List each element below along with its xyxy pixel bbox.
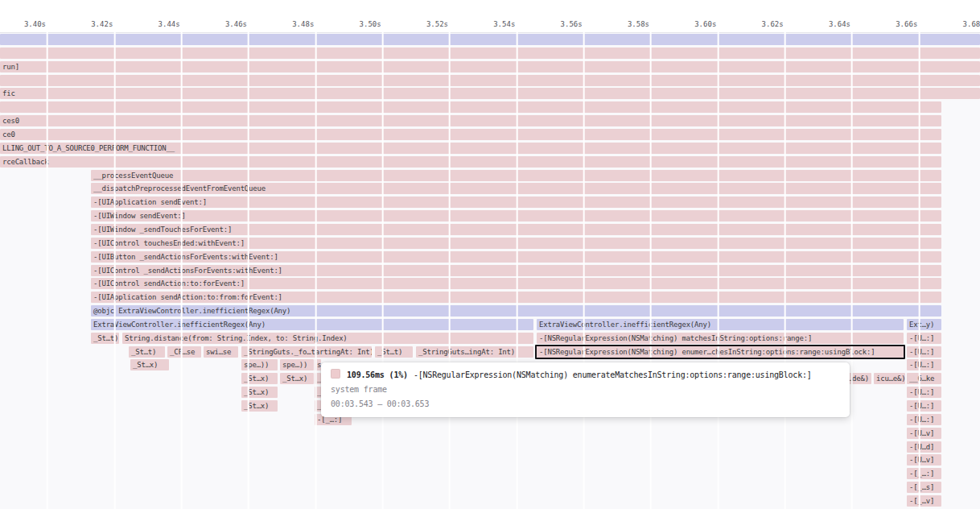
- ruler-tick-label: 3.42s: [91, 20, 113, 28]
- ruler-tick-label: 3.46s: [225, 20, 247, 28]
- flame-bar[interactable]: _St…x): [130, 359, 169, 370]
- flame-bar[interactable]: _StringGuts…ingAt: Int): [416, 346, 533, 358]
- flame-bar[interactable]: Ext…y): [907, 319, 941, 330]
- profiler-flame-chart-panel: 109.56ms(1%)-[NSRegularExpression(NSMatc…: [0, 0, 980, 509]
- flame-bar[interactable]: -[NSRegularExpression(NSMatching) matche…: [537, 333, 904, 344]
- ruler-tick-label: 3.52s: [426, 20, 448, 28]
- flame-bar[interactable]: _St…x): [280, 373, 314, 384]
- flame-bar[interactable]: LLING_OUT_TO_A_SOURCE0_PERFORM_FUNCTION_…: [0, 143, 941, 154]
- flame-bar[interactable]: [0, 48, 980, 59]
- timeline-ruler[interactable]: 3.40s3.42s3.44s3.46s3.48s3.50s3.52s3.54s…: [0, 0, 980, 33]
- category-color-swatch: [331, 369, 340, 379]
- flame-bar[interactable]: __6…ke: [907, 373, 941, 384]
- flame-bar[interactable]: -[UIApplication sendEvent:]: [91, 197, 941, 208]
- flame-bar[interactable]: s: [315, 359, 321, 370]
- flame-bar[interactable]: [0, 75, 980, 86]
- flame-bar[interactable]: ExtraViewController.inefficientRegex(Any…: [91, 319, 533, 330]
- tooltip-duration: 109.56ms: [347, 370, 385, 379]
- flame-bar[interactable]: -[_…v]: [907, 495, 941, 507]
- flame-bar[interactable]: swi…se: [204, 346, 238, 358]
- flame-bar[interactable]: -[UIControl sendAction:to:forEvent:]: [91, 278, 941, 289]
- flame-bar[interactable]: _St…x): [241, 387, 278, 398]
- flame-bar[interactable]: rceCallback: [0, 156, 941, 168]
- flame-bar[interactable]: -[UIWindow sendEvent:]: [91, 210, 941, 221]
- ruler-tick-label: 3.40s: [24, 20, 46, 28]
- flame-bar-selected[interactable]: -[NSRegularExpression(NSMatching) enumer…: [537, 346, 904, 358]
- tooltip-percent: (1%): [389, 370, 408, 379]
- ruler-tick-label: 3.68s: [963, 20, 980, 28]
- flame-bar[interactable]: icu…e&): [874, 373, 905, 384]
- flame-bar[interactable]: -[U…:]: [907, 346, 941, 358]
- ruler-tick-label: 3.66s: [896, 20, 917, 28]
- flame-bar[interactable]: _St…t): [91, 333, 119, 344]
- call-frame-tooltip: 109.56ms(1%)-[NSRegularExpression(NSMatc…: [321, 362, 850, 417]
- ruler-tick-label: 3.58s: [628, 20, 649, 28]
- flame-bar[interactable]: -[UIButton _sendActionsForEvents:withEve…: [91, 251, 941, 263]
- tooltip-category: system frame: [331, 383, 840, 397]
- flame-bar[interactable]: -[U…:]: [907, 387, 941, 398]
- flame-bar[interactable]: -[UIWindow _sendTouchesForEvent:]: [91, 224, 941, 235]
- flame-bar[interactable]: -[U…v]: [907, 428, 941, 439]
- flame-bar[interactable]: -[U…:]: [907, 400, 941, 412]
- tooltip-time-range: 00:03.543 — 00:03.653: [331, 397, 840, 412]
- flame-bar[interactable]: @objc ExtraViewController.inefficientReg…: [91, 305, 941, 317]
- flame-bar[interactable]: ces0: [0, 115, 941, 126]
- flame-bar[interactable]: -[U…d]: [907, 441, 941, 453]
- flame-bar[interactable]: _St…t): [375, 346, 413, 358]
- flame-bar[interactable]: _: [315, 387, 321, 398]
- ruler-tick-label: 3.44s: [159, 20, 180, 28]
- flame-bar[interactable]: [0, 101, 941, 113]
- flame-bar[interactable]: -[UIControl _sendActionsForEvents:withEv…: [91, 265, 941, 276]
- flame-bar[interactable]: ce0: [0, 129, 941, 140]
- flame-bar[interactable]: __dispatchPreprocessedEventFromEventQueu…: [91, 183, 941, 194]
- flame-bar[interactable]: __processEventQueue: [91, 170, 941, 181]
- flame-bar[interactable]: -[UIApplication sendAction:to:from:forEv…: [91, 292, 941, 303]
- ruler-tick-label: 3.64s: [829, 20, 850, 28]
- flame-bar[interactable]: spe…)): [280, 359, 314, 370]
- flame-bar[interactable]: ExtraViewController.inefficientRegex(Any…: [537, 319, 904, 330]
- flame-bar[interactable]: _St…x): [241, 400, 278, 412]
- flame-bar[interactable]: _: [315, 373, 321, 384]
- ruler-tick-label: 3.62s: [762, 20, 784, 28]
- ruler-tick-label: 3.60s: [694, 20, 716, 28]
- flame-bar[interactable]: -[U…:]: [907, 359, 941, 370]
- ruler-tick-label: 3.54s: [493, 20, 515, 28]
- flame-bar[interactable]: spe…)): [241, 359, 278, 370]
- flame-bar[interactable]: -[U…v]: [907, 454, 941, 466]
- flame-bar[interactable]: -[_…s]: [907, 482, 941, 493]
- flame-bar[interactable]: -[U…:]: [907, 414, 941, 425]
- tooltip-title-line: 109.56ms(1%)-[NSRegularExpression(NSMatc…: [331, 368, 840, 383]
- flame-bar[interactable]: [0, 34, 980, 45]
- flame-bar[interactable]: fic: [0, 88, 980, 99]
- ruler-tick-label: 3.48s: [292, 20, 314, 28]
- flame-bar[interactable]: String.distance(from: String.Index, to: …: [122, 333, 533, 344]
- flame-bar[interactable]: _St…x): [241, 373, 278, 384]
- flame-bar[interactable]: -[U…:]: [907, 333, 941, 344]
- flame-bar[interactable]: _StringGuts._fo…tartingAt: Int): [241, 346, 372, 358]
- flame-bar[interactable]: -[_…:]: [907, 468, 941, 479]
- flame-chart-canvas[interactable]: 109.56ms(1%)-[NSRegularExpression(NSMatc…: [0, 0, 980, 509]
- flame-bar[interactable]: -[UIControl touchesEnded:withEvent:]: [91, 238, 941, 249]
- flame-bar[interactable]: _CF…se: [167, 346, 201, 358]
- flame-bar[interactable]: _: [315, 400, 321, 412]
- flame-bar[interactable]: _St…t): [129, 346, 165, 358]
- ruler-tick-label: 3.56s: [561, 20, 583, 28]
- tooltip-symbol: -[NSRegularExpression(NSMatching) enumer…: [414, 370, 812, 379]
- flame-bar[interactable]: run]: [0, 61, 980, 72]
- ruler-tick-label: 3.50s: [360, 20, 381, 28]
